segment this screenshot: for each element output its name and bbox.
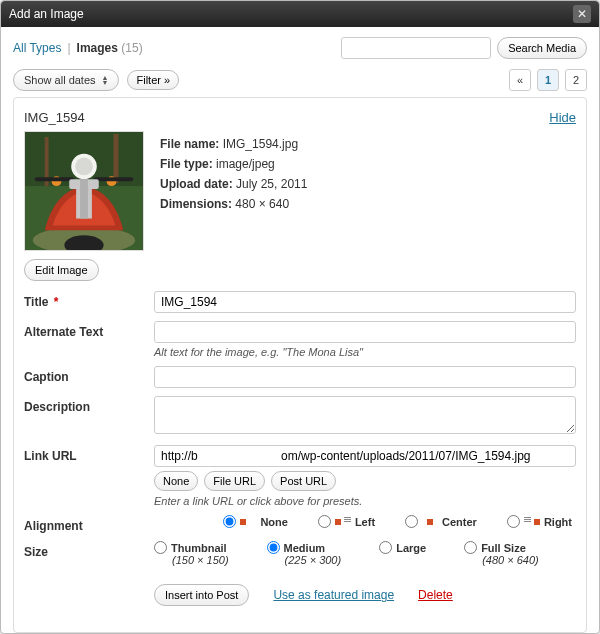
select-caret-icon: ▲▼: [102, 75, 109, 85]
media-list[interactable]: IMG_1594 Hide: [13, 97, 587, 633]
svg-rect-10: [94, 177, 133, 181]
dimensions-label: Dimensions:: [160, 197, 232, 211]
caption-input[interactable]: [154, 366, 576, 388]
align-center-radio[interactable]: Center: [405, 515, 477, 528]
dimensions-value: 480 × 640: [235, 197, 289, 211]
linkurl-file-button[interactable]: File URL: [204, 471, 265, 491]
alt-hint: Alt text for the image, e.g. "The Mona L…: [154, 346, 576, 358]
upload-value: July 25, 2011: [236, 177, 307, 191]
title-input[interactable]: [154, 291, 576, 313]
filetype-value: image/jpeg: [216, 157, 275, 171]
search-media-button[interactable]: Search Media: [497, 37, 587, 59]
search-input[interactable]: [341, 37, 491, 59]
alignment-label: Alignment: [24, 515, 154, 533]
description-label: Description: [24, 396, 154, 414]
required-asterisk: *: [50, 295, 58, 309]
linkurl-label: Link URL: [24, 445, 154, 463]
svg-point-6: [75, 158, 93, 176]
alt-input[interactable]: [154, 321, 576, 343]
filename-label: File name:: [160, 137, 219, 151]
svg-rect-3: [114, 134, 119, 183]
size-full-radio[interactable]: Full Size: [464, 541, 539, 554]
hide-link[interactable]: Hide: [549, 110, 576, 125]
title-label: Title: [24, 295, 48, 309]
size-label: Size: [24, 541, 154, 559]
size-large-radio[interactable]: Large: [379, 541, 426, 554]
alt-label: Alternate Text: [24, 321, 154, 339]
tab-all-types[interactable]: All Types: [13, 41, 61, 55]
item-name: IMG_1594: [24, 110, 85, 125]
filetype-label: File type:: [160, 157, 213, 171]
thumbnail-image: [24, 131, 144, 251]
page-prev-button[interactable]: «: [509, 69, 531, 91]
dates-select[interactable]: Show all dates ▲▼: [13, 69, 119, 91]
size-full-dim: (480 × 640): [482, 554, 539, 566]
size-medium-radio[interactable]: Medium: [267, 541, 342, 554]
align-none-radio[interactable]: None: [223, 515, 288, 528]
upload-label: Upload date:: [160, 177, 233, 191]
svg-rect-13: [80, 179, 88, 218]
align-left-radio[interactable]: Left: [318, 515, 375, 528]
description-textarea[interactable]: [154, 396, 576, 434]
page-2-button[interactable]: 2: [565, 69, 587, 91]
caption-label: Caption: [24, 366, 154, 384]
insert-into-post-button[interactable]: Insert into Post: [154, 584, 249, 606]
size-medium-dim: (225 × 300): [285, 554, 342, 566]
size-thumbnail-radio[interactable]: Thumbnail: [154, 541, 229, 554]
linkurl-hint: Enter a link URL or click above for pres…: [154, 495, 576, 507]
linkurl-post-button[interactable]: Post URL: [271, 471, 336, 491]
size-thumbnail-dim: (150 × 150): [172, 554, 229, 566]
tab-images[interactable]: Images (15): [77, 41, 143, 55]
close-icon[interactable]: ✕: [573, 5, 591, 23]
filter-button[interactable]: Filter »: [127, 70, 179, 90]
dialog-title: Add an Image: [9, 7, 84, 21]
filename-value: IMG_1594.jpg: [223, 137, 298, 151]
use-featured-link[interactable]: Use as featured image: [273, 588, 394, 602]
linkurl-none-button[interactable]: None: [154, 471, 198, 491]
align-right-radio[interactable]: Right: [507, 515, 572, 528]
dialog-titlebar: Add an Image ✕: [1, 1, 599, 27]
tab-separator: |: [67, 41, 70, 55]
svg-rect-9: [35, 177, 74, 181]
edit-image-button[interactable]: Edit Image: [24, 259, 99, 281]
linkurl-input[interactable]: [154, 445, 576, 467]
page-1-button[interactable]: 1: [537, 69, 559, 91]
tab-images-count: (15): [121, 41, 142, 55]
delete-link[interactable]: Delete: [418, 588, 453, 602]
